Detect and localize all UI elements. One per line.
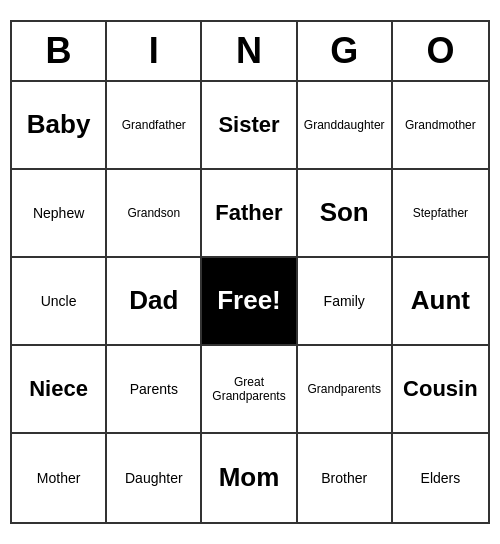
header-letter-b: B	[12, 22, 107, 80]
bingo-cell-r4-c0: Mother	[12, 434, 107, 522]
cell-text-r3-c4: Cousin	[403, 376, 478, 402]
cell-text-r1-c3: Son	[320, 197, 369, 228]
bingo-cell-r1-c2: Father	[202, 170, 297, 258]
bingo-cell-r1-c4: Stepfather	[393, 170, 488, 258]
bingo-header: BINGO	[12, 22, 488, 82]
cell-text-r1-c1: Grandson	[127, 206, 180, 220]
bingo-cell-r3-c1: Parents	[107, 346, 202, 434]
bingo-grid: BabyGrandfatherSisterGranddaughterGrandm…	[12, 82, 488, 522]
cell-text-r2-c4: Aunt	[411, 285, 470, 316]
cell-text-r0-c3: Granddaughter	[304, 118, 385, 132]
cell-text-r0-c2: Sister	[218, 112, 279, 138]
cell-text-r2-c2: Free!	[217, 285, 281, 316]
header-letter-n: N	[202, 22, 297, 80]
cell-text-r4-c2: Mom	[219, 462, 280, 493]
cell-text-r4-c3: Brother	[321, 470, 367, 487]
header-letter-o: O	[393, 22, 488, 80]
bingo-cell-r4-c4: Elders	[393, 434, 488, 522]
bingo-cell-r1-c0: Nephew	[12, 170, 107, 258]
cell-text-r3-c0: Niece	[29, 376, 88, 402]
cell-text-r2-c3: Family	[324, 293, 365, 310]
cell-text-r2-c0: Uncle	[41, 293, 77, 310]
cell-text-r0-c0: Baby	[27, 109, 91, 140]
bingo-cell-r2-c0: Uncle	[12, 258, 107, 346]
cell-text-r3-c1: Parents	[130, 381, 178, 398]
bingo-cell-r4-c1: Daughter	[107, 434, 202, 522]
bingo-cell-r2-c3: Family	[298, 258, 393, 346]
bingo-cell-r3-c2: Great Grandparents	[202, 346, 297, 434]
cell-text-r4-c1: Daughter	[125, 470, 183, 487]
bingo-cell-r0-c0: Baby	[12, 82, 107, 170]
header-letter-g: G	[298, 22, 393, 80]
bingo-cell-r2-c4: Aunt	[393, 258, 488, 346]
cell-text-r4-c4: Elders	[421, 470, 461, 487]
bingo-cell-r3-c4: Cousin	[393, 346, 488, 434]
bingo-card: BINGO BabyGrandfatherSisterGranddaughter…	[10, 20, 490, 524]
bingo-cell-r4-c3: Brother	[298, 434, 393, 522]
cell-text-r4-c0: Mother	[37, 470, 81, 487]
cell-text-r0-c4: Grandmother	[405, 118, 476, 132]
bingo-cell-r4-c2: Mom	[202, 434, 297, 522]
bingo-cell-r3-c3: Grandparents	[298, 346, 393, 434]
cell-text-r0-c1: Grandfather	[122, 118, 186, 132]
cell-text-r1-c0: Nephew	[33, 205, 84, 222]
bingo-cell-r1-c3: Son	[298, 170, 393, 258]
cell-text-r1-c4: Stepfather	[413, 206, 468, 220]
bingo-cell-r2-c2: Free!	[202, 258, 297, 346]
bingo-cell-r0-c4: Grandmother	[393, 82, 488, 170]
bingo-cell-r3-c0: Niece	[12, 346, 107, 434]
header-letter-i: I	[107, 22, 202, 80]
cell-text-r3-c3: Grandparents	[308, 382, 381, 396]
cell-text-r1-c2: Father	[215, 200, 282, 226]
cell-text-r2-c1: Dad	[129, 285, 178, 316]
bingo-cell-r2-c1: Dad	[107, 258, 202, 346]
cell-text-r3-c2: Great Grandparents	[208, 375, 289, 404]
bingo-cell-r0-c1: Grandfather	[107, 82, 202, 170]
bingo-cell-r0-c3: Granddaughter	[298, 82, 393, 170]
bingo-cell-r0-c2: Sister	[202, 82, 297, 170]
bingo-cell-r1-c1: Grandson	[107, 170, 202, 258]
